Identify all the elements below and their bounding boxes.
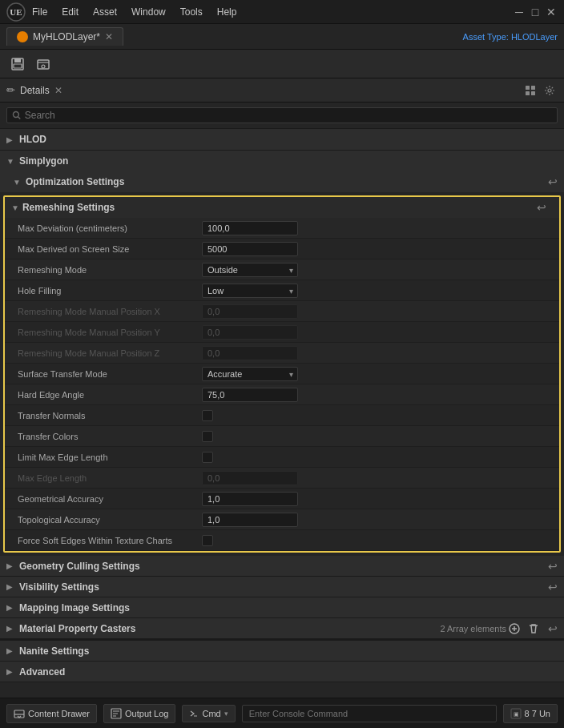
material-casters-reset-button[interactable]: ↩	[548, 622, 558, 635]
prop-select[interactable]: Accurate	[202, 367, 298, 381]
material-casters-delete-button[interactable]	[526, 621, 542, 637]
prop-checkbox[interactable]	[202, 410, 213, 421]
prop-value	[202, 388, 550, 402]
geometry-culling-row[interactable]: ▶ Geometry Culling Settings ↩	[0, 556, 564, 577]
search-input[interactable]	[25, 110, 552, 121]
minimize-button[interactable]: ─	[513, 6, 526, 18]
prop-input[interactable]	[202, 221, 298, 235]
console-input[interactable]	[242, 705, 497, 722]
asset-type-label: Asset Type: HLODLayer	[463, 32, 558, 42]
browse-button[interactable]	[32, 53, 54, 75]
visibility-arrow-icon: ▶	[6, 582, 16, 591]
prop-value: Accurate	[202, 367, 550, 381]
optimization-section-label: Optimization Settings	[26, 176, 124, 187]
section-simplygon-header[interactable]: ▼ Simplygon	[0, 151, 564, 171]
advanced-row[interactable]: ▶ Advanced	[0, 662, 564, 682]
search-icon	[12, 111, 22, 120]
advanced-arrow-icon: ▶	[6, 667, 16, 676]
prop-select-wrap: Low	[202, 284, 298, 298]
material-casters-row[interactable]: ▶ Material Property Casters 2 Array elem…	[0, 618, 564, 639]
settings-button[interactable]	[542, 82, 558, 99]
prop-value: Low	[202, 284, 550, 298]
close-button[interactable]: ✕	[545, 6, 558, 18]
prop-input	[202, 304, 298, 319]
prop-value	[202, 492, 550, 506]
remeshing-reset-button[interactable]: ↩	[530, 197, 553, 218]
material-casters-add-button[interactable]	[506, 621, 522, 637]
prop-label: Limit Max Edge Length	[18, 452, 202, 462]
tab-myhlodlayer[interactable]: MyHLODLayer* ✕	[6, 27, 123, 46]
save-icon	[10, 57, 25, 71]
prop-row: Transfer Normals	[5, 405, 559, 426]
grid-view-button[interactable]	[522, 82, 538, 99]
svg-point-6	[42, 65, 45, 68]
prop-checkbox[interactable]	[202, 452, 213, 463]
prop-select-wrap: Outside	[202, 263, 298, 277]
tab-close-button[interactable]: ✕	[105, 31, 113, 42]
content-drawer-button[interactable]: Content Drawer	[6, 704, 97, 723]
hlod-section-label: HLOD	[19, 134, 46, 145]
prop-select[interactable]: Outside	[202, 263, 298, 277]
tab-icon	[17, 31, 28, 42]
output-log-button[interactable]: Output Log	[103, 704, 175, 723]
menu-window[interactable]: Window	[125, 5, 172, 19]
visibility-reset-button[interactable]: ↩	[548, 581, 558, 593]
window-controls: ─ □ ✕	[513, 6, 558, 18]
menu-asset[interactable]: Asset	[87, 5, 123, 19]
nanite-settings-row[interactable]: ▶ Nanite Settings	[0, 641, 564, 662]
prop-input[interactable]	[202, 492, 298, 506]
toolbar	[0, 50, 564, 78]
svg-rect-7	[526, 86, 530, 90]
prop-input[interactable]	[202, 388, 298, 402]
prop-value: Outside	[202, 263, 550, 277]
remeshing-header[interactable]: ▼ Remeshing Settings ↩	[5, 197, 559, 218]
prop-value	[202, 452, 550, 463]
prop-checkbox[interactable]	[202, 431, 213, 442]
menu-help[interactable]: Help	[211, 5, 244, 19]
prop-label: Hard Edge Angle	[18, 390, 202, 400]
visibility-settings-row[interactable]: ▶ Visibility Settings ↩	[0, 577, 564, 597]
details-close-button[interactable]: ✕	[54, 85, 62, 96]
prop-select[interactable]: Low	[202, 284, 298, 298]
prop-input[interactable]	[202, 513, 298, 527]
maximize-button[interactable]: □	[529, 6, 542, 18]
menu-edit[interactable]: Edit	[55, 5, 85, 19]
menu-file[interactable]: File	[26, 5, 54, 19]
tab-bar: MyHLODLayer* ✕ Asset Type: HLODLayer	[0, 24, 564, 50]
pencil-icon: ✏	[6, 84, 15, 96]
cmd-button[interactable]: Cmd ▾	[182, 705, 235, 722]
prop-row: Max Derived on Screen Size	[5, 239, 559, 259]
material-casters-arrow-icon: ▶	[6, 624, 16, 633]
prop-label: Surface Transfer Mode	[18, 369, 202, 379]
prop-label: Max Deviation (centimeters)	[18, 223, 202, 233]
remeshing-arrow-icon: ▼	[11, 203, 19, 212]
prop-row: Remeshing Mode Manual Position Y	[5, 322, 559, 343]
mapping-image-row[interactable]: ▶ Mapping Image Settings	[0, 597, 564, 618]
prop-input	[202, 325, 298, 340]
search-bar	[0, 103, 564, 129]
simplygon-arrow-icon: ▼	[6, 157, 16, 166]
section-hlod: ▶ HLOD	[0, 129, 564, 151]
prop-label: Remeshing Mode Manual Position X	[18, 307, 202, 316]
prop-row: Geometrical Accuracy	[5, 489, 559, 509]
badge-icon: ▣	[510, 708, 522, 719]
badge-label: 8 7 Un	[525, 709, 550, 718]
prop-checkbox[interactable]	[202, 535, 213, 546]
geometry-culling-arrow-icon: ▶	[6, 561, 16, 570]
save-button[interactable]	[6, 53, 29, 75]
prop-value	[202, 242, 550, 256]
advanced-label: Advanced	[19, 666, 558, 678]
details-title: Details	[20, 85, 50, 96]
prop-label: Transfer Normals	[18, 411, 202, 420]
geometry-culling-reset-button[interactable]: ↩	[548, 560, 558, 573]
menu-tools[interactable]: Tools	[174, 5, 209, 19]
optimization-reset-button[interactable]: ↩	[548, 175, 558, 188]
mapping-image-arrow-icon: ▶	[6, 603, 16, 612]
corner-badge: ▣ 8 7 Un	[503, 704, 558, 723]
prop-input[interactable]	[202, 242, 298, 256]
prop-value	[202, 535, 550, 546]
geometry-culling-label: Geometry Culling Settings	[19, 561, 542, 572]
prop-row: Transfer Colors	[5, 426, 559, 447]
section-hlod-header[interactable]: ▶ HLOD	[0, 129, 564, 150]
section-optimization-header[interactable]: ▼ Optimization Settings ↩	[0, 171, 564, 192]
